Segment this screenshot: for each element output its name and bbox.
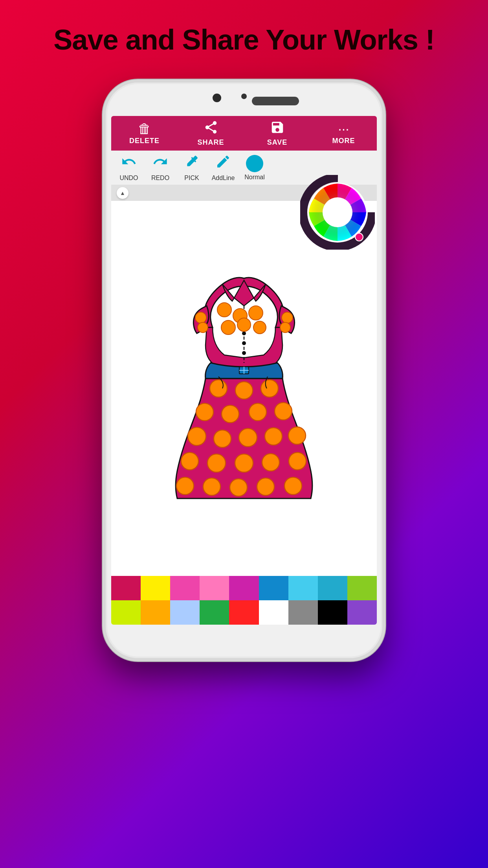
svg-point-15 xyxy=(249,306,263,320)
palette-color-7[interactable] xyxy=(288,576,318,600)
svg-point-19 xyxy=(195,312,206,323)
save-label: SAVE xyxy=(267,138,288,147)
redo-icon xyxy=(152,154,169,173)
svg-point-43 xyxy=(257,478,274,495)
palette-color-4[interactable] xyxy=(200,576,229,600)
svg-point-29 xyxy=(275,403,292,420)
normal-tool[interactable]: Normal xyxy=(241,155,268,181)
palette-color-15[interactable] xyxy=(259,600,288,625)
svg-point-24 xyxy=(235,382,253,399)
share-label: SHARE xyxy=(197,138,224,147)
palette-color-3[interactable] xyxy=(170,576,200,600)
svg-point-32 xyxy=(239,428,257,447)
palette-color-12[interactable] xyxy=(170,600,200,625)
svg-point-4 xyxy=(355,233,363,241)
svg-point-33 xyxy=(265,428,282,445)
undo-label: UNDO xyxy=(119,175,138,182)
addline-tool[interactable]: AddLine xyxy=(209,154,237,182)
svg-point-37 xyxy=(235,454,253,472)
undo-icon xyxy=(120,154,138,173)
palette-color-13[interactable] xyxy=(200,600,229,625)
normal-color-circle xyxy=(246,155,263,172)
svg-point-42 xyxy=(230,479,247,496)
addline-label: AddLine xyxy=(212,175,235,182)
delete-label: DELETE xyxy=(129,137,160,145)
svg-point-25 xyxy=(261,380,278,397)
share-button[interactable]: SHARE xyxy=(178,120,244,147)
addline-icon xyxy=(215,154,232,173)
canvas-area[interactable] xyxy=(111,201,377,576)
phone-camera xyxy=(213,94,221,102)
svg-point-38 xyxy=(262,454,279,471)
delete-icon: 🗑 xyxy=(138,122,151,135)
palette-color-10[interactable] xyxy=(111,600,141,625)
save-button[interactable]: SAVE xyxy=(244,120,310,147)
svg-point-31 xyxy=(214,430,231,447)
volume-button xyxy=(103,169,105,197)
svg-point-40 xyxy=(176,477,194,495)
redo-label: REDO xyxy=(151,175,169,182)
pick-tool[interactable]: PICK xyxy=(178,154,205,182)
phone-wrapper: 🗑 DELETE SHARE xyxy=(0,79,488,661)
more-label: MORE xyxy=(332,137,355,145)
svg-point-22 xyxy=(280,322,290,333)
save-icon xyxy=(270,120,285,137)
palette-color-11[interactable] xyxy=(141,600,170,625)
undo-tool[interactable]: UNDO xyxy=(115,154,143,182)
svg-point-41 xyxy=(203,478,220,495)
palette-color-17[interactable] xyxy=(318,600,347,625)
dress-illustration xyxy=(111,201,377,576)
palette-color-5[interactable] xyxy=(229,576,259,600)
phone-speaker xyxy=(252,97,299,105)
palette-color-6[interactable] xyxy=(259,576,288,600)
svg-point-35 xyxy=(181,452,198,470)
more-button[interactable]: ··· MORE xyxy=(310,122,377,145)
svg-point-13 xyxy=(217,303,231,317)
phone-screen: 🗑 DELETE SHARE xyxy=(111,116,377,625)
power-button xyxy=(383,193,385,240)
toolbar: 🗑 DELETE SHARE xyxy=(111,116,377,151)
svg-point-44 xyxy=(284,477,302,495)
color-wheel-container[interactable] xyxy=(300,175,375,250)
svg-point-18 xyxy=(237,318,251,331)
svg-point-39 xyxy=(289,452,306,470)
svg-point-28 xyxy=(249,403,266,421)
palette-color-18[interactable] xyxy=(347,600,377,625)
collapse-button[interactable]: ▲ xyxy=(117,187,128,199)
svg-point-3 xyxy=(323,197,352,227)
palette-color-16[interactable] xyxy=(288,600,318,625)
svg-point-34 xyxy=(288,427,306,444)
svg-point-17 xyxy=(253,321,266,334)
redo-tool[interactable]: REDO xyxy=(147,154,174,182)
svg-point-26 xyxy=(196,403,213,421)
svg-point-16 xyxy=(221,320,235,335)
palette-color-14[interactable] xyxy=(229,600,259,625)
phone-frame: 🗑 DELETE SHARE xyxy=(103,79,385,661)
pick-icon xyxy=(183,154,200,173)
svg-point-27 xyxy=(222,405,239,423)
delete-button[interactable]: 🗑 DELETE xyxy=(111,122,178,145)
palette-color-2[interactable] xyxy=(141,576,170,600)
normal-label: Normal xyxy=(244,174,265,181)
palette-color-1[interactable] xyxy=(111,576,141,600)
svg-point-20 xyxy=(198,322,208,333)
svg-point-21 xyxy=(282,312,293,323)
palette-color-8[interactable] xyxy=(318,576,347,600)
svg-point-36 xyxy=(207,454,226,472)
more-icon: ··· xyxy=(338,122,349,135)
promo-title: Save and Share Your Works ! xyxy=(0,0,488,64)
svg-point-30 xyxy=(188,427,206,445)
pick-label: PICK xyxy=(184,175,199,182)
svg-point-23 xyxy=(210,380,227,397)
share-icon xyxy=(204,120,218,137)
color-palette xyxy=(111,576,377,625)
palette-color-9[interactable] xyxy=(347,576,377,600)
